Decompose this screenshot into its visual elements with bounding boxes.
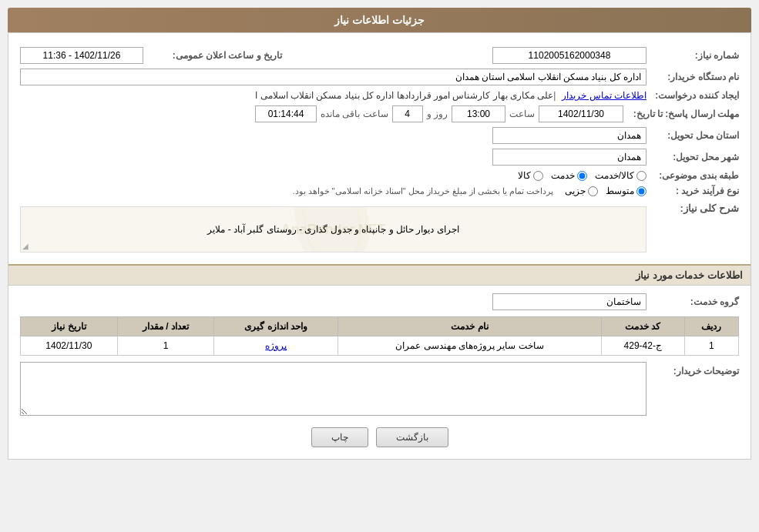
deadline-time-input <box>452 105 505 122</box>
category-radio-kala[interactable]: کالا <box>518 170 543 181</box>
remaining-label: ساعت باقی مانده <box>321 109 388 119</box>
table-cell: 1 <box>684 336 738 356</box>
table-cell: ساخت سایر پروژه‌های مهندسی عمران <box>338 336 601 356</box>
deadline-label: مهلت ارسال پاسخ: تا تاریخ: <box>623 109 739 119</box>
col-row: ردیف <box>684 317 738 336</box>
radio-jozi[interactable] <box>588 186 598 196</box>
buyer-notes-textarea[interactable] <box>20 362 646 416</box>
creator-label: ایجاد کننده درخواست: <box>646 90 739 101</box>
purchase-type-radio-group: متوسط جزیی <box>565 186 646 196</box>
category-radio-group: کالا/خدمت خدمت کالا <box>518 170 646 181</box>
category-radio-khedmat[interactable]: خدمت <box>551 170 587 181</box>
service-group-input <box>492 293 646 310</box>
category-radio-kala-khedmat[interactable]: کالا/خدمت <box>595 170 646 181</box>
table-row: 1ج-42-429ساخت سایر پروژه‌های مهندسی عمرا… <box>21 336 739 356</box>
table-cell: 1402/11/30 <box>21 336 118 356</box>
radio-khedmat[interactable] <box>577 171 587 181</box>
radio-kala-khedmat[interactable] <box>636 171 646 181</box>
deadline-date-input <box>539 105 623 122</box>
radio-kala[interactable] <box>533 171 543 181</box>
deadline-days-input <box>392 105 423 122</box>
deadline-time-label: ساعت <box>509 109 535 119</box>
creator-value: علی مکاری بهار کارشناس امور قراردادها اد… <box>20 90 553 101</box>
purchase-type-jozi[interactable]: جزیی <box>565 186 598 196</box>
col-code: کد خدمت <box>601 317 684 336</box>
radio-motavasset[interactable] <box>636 186 646 196</box>
col-unit: واحد اندازه گیری <box>214 317 338 336</box>
buyer-org-label: نام دستگاه خریدار: <box>646 72 739 82</box>
province-input <box>492 127 646 144</box>
table-cell: ج-42-429 <box>601 336 684 356</box>
buyer-notes-label: توضیحات خریدار: <box>646 362 739 376</box>
purchase-type-motavasset[interactable]: متوسط <box>606 186 646 196</box>
resize-handle[interactable]: ◢ <box>22 242 29 250</box>
need-number-label: شماره نیاز: <box>646 50 739 61</box>
back-button[interactable]: بازگشت <box>376 427 448 447</box>
unit-link[interactable]: پروژه <box>214 336 338 356</box>
province-label: استان محل تحویل: <box>646 130 739 141</box>
city-label: شهر محل تحویل: <box>646 152 739 162</box>
col-quantity: تعداد / مقدار <box>117 317 214 336</box>
deadline-day-label: روز و <box>427 109 448 119</box>
creator-contact-link[interactable]: اطلاعات تماس خریدار <box>562 90 646 101</box>
buyer-org-input <box>20 69 646 85</box>
table-cell: 1 <box>117 336 214 356</box>
need-description-text: اجرای دیوار حائل و جانپناه و جدول گذاری … <box>21 218 646 241</box>
category-label: طبقه بندی موضوعی: <box>646 170 739 181</box>
purchase-type-note: پرداخت تمام یا بخشی از مبلغ خریداز محل "… <box>20 186 553 196</box>
print-button[interactable]: چاپ <box>311 427 368 447</box>
city-input <box>492 149 646 166</box>
col-date: تاریخ نیاز <box>21 317 118 336</box>
page-title: جزئیات اطلاعات نیاز <box>8 8 751 32</box>
button-row: بازگشت چاپ <box>20 427 739 447</box>
col-name: نام خدمت <box>338 317 601 336</box>
announcement-time-label: تاریخ و ساعت اعلان عمومی: <box>143 50 282 61</box>
announcement-time-input <box>20 47 143 64</box>
purchase-type-label: نوع فرآیند خرید : <box>646 186 739 196</box>
services-section-title: اطلاعات خدمات مورد نیاز <box>8 264 751 286</box>
need-number-input[interactable] <box>492 47 646 64</box>
services-table: ردیف کد خدمت نام خدمت واحد اندازه گیری ت… <box>20 316 739 356</box>
remaining-time-input <box>255 105 317 122</box>
service-group-label: گروه خدمت: <box>646 296 739 307</box>
need-description-label: شرح کلی نیاز: <box>646 202 739 214</box>
